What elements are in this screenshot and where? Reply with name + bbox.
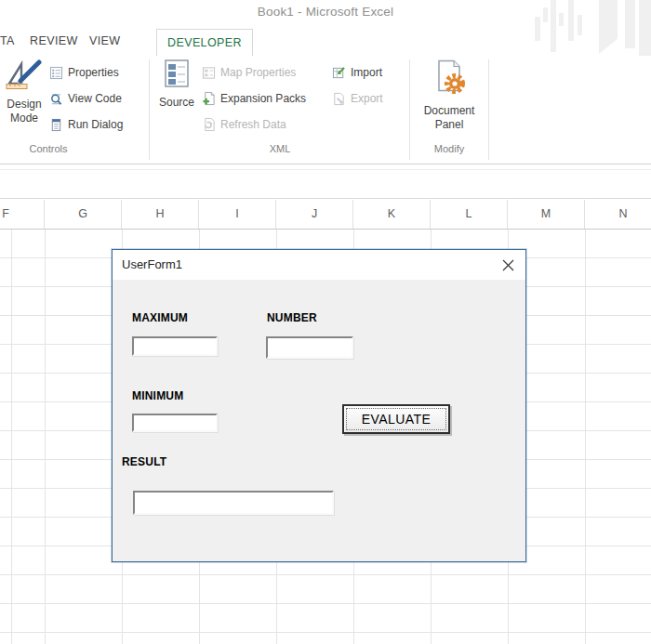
document-panel-icon: [432, 59, 466, 97]
tab-developer[interactable]: DEVELOPER: [156, 29, 253, 56]
column-header[interactable]: L: [431, 200, 508, 229]
expansion-packs-icon: [201, 91, 217, 107]
group-separator: [409, 59, 410, 160]
column-headers: F G H I J K L M N: [0, 200, 651, 230]
design-mode-label: Design Mode: [2, 98, 46, 125]
source-button[interactable]: Source: [156, 59, 197, 110]
export-label: Export: [351, 92, 383, 105]
expansion-packs-button[interactable]: Expansion Packs: [201, 90, 306, 107]
map-properties-button: Map Properties: [201, 64, 296, 81]
export-icon: [331, 91, 347, 107]
column-header[interactable]: J: [276, 200, 353, 229]
maximum-label: MAXIMUM: [132, 311, 188, 324]
minimum-input[interactable]: [132, 414, 218, 432]
refresh-data-label: Refresh Data: [220, 118, 286, 131]
result-input[interactable]: [133, 491, 334, 515]
minimum-label: MINIMUM: [132, 389, 183, 402]
column-header[interactable]: G: [45, 200, 122, 229]
column-header[interactable]: K: [353, 200, 431, 229]
dialog-title-bar[interactable]: UserForm1: [113, 250, 525, 280]
tab-data[interactable]: TA: [0, 34, 15, 47]
view-code-button[interactable]: View Code: [48, 90, 122, 107]
controls-group-label: Controls: [11, 143, 86, 154]
number-label: NUMBER: [267, 311, 317, 324]
userform-dialog: UserForm1 MAXIMUM NUMBER MINIMUM EVALUAT…: [112, 249, 526, 562]
run-dialog-label: Run Dialog: [68, 118, 123, 131]
import-button[interactable]: Import: [331, 64, 382, 81]
map-properties-label: Map Properties: [220, 66, 296, 79]
close-icon[interactable]: [496, 255, 520, 275]
expansion-packs-label: Expansion Packs: [220, 92, 306, 105]
refresh-data-button: Refresh Data: [201, 116, 286, 133]
properties-button[interactable]: Properties: [48, 64, 119, 81]
excel-window: Book1 - Microsoft Excel TA REVIEW VIEW D…: [0, 0, 651, 644]
document-panel-button[interactable]: Document Panel: [415, 59, 484, 132]
export-button: Export: [331, 90, 383, 107]
map-properties-icon: [201, 65, 217, 81]
maximum-input[interactable]: [132, 336, 218, 356]
column-header[interactable]: I: [199, 200, 276, 229]
dialog-title: UserForm1: [122, 257, 182, 271]
evaluate-button[interactable]: EVALUATE: [342, 404, 450, 434]
ribbon: Design Mode Properties: [0, 56, 651, 164]
column-header[interactable]: N: [585, 200, 651, 229]
column-header[interactable]: F: [0, 200, 45, 229]
run-dialog-button[interactable]: Run Dialog: [48, 116, 123, 133]
group-separator: [149, 59, 150, 160]
document-panel-label: Document Panel: [415, 104, 484, 132]
column-header[interactable]: H: [122, 200, 199, 229]
design-mode-icon: [6, 59, 43, 90]
xml-group-label: XML: [243, 143, 317, 154]
source-label: Source: [156, 96, 197, 110]
column-header[interactable]: M: [508, 200, 585, 229]
tab-review[interactable]: REVIEW: [30, 34, 78, 47]
run-dialog-icon: [48, 117, 64, 133]
ribbon-tab-strip: TA REVIEW VIEW DEVELOPER: [0, 26, 651, 56]
formula-bar-divider: [0, 169, 651, 170]
view-code-label: View Code: [68, 92, 122, 105]
title-bar: Book1 - Microsoft Excel: [0, 0, 651, 26]
number-input[interactable]: [266, 336, 353, 359]
tab-view[interactable]: VIEW: [89, 34, 121, 47]
properties-icon: [48, 65, 64, 81]
properties-label: Properties: [68, 66, 119, 79]
view-code-icon: [48, 91, 64, 107]
refresh-data-icon: [201, 117, 217, 133]
import-icon: [331, 65, 347, 81]
import-label: Import: [351, 66, 382, 79]
evaluate-button-label: EVALUATE: [346, 408, 446, 430]
source-icon: [165, 59, 189, 88]
design-mode-button[interactable]: Design Mode: [2, 59, 46, 125]
modify-group-label: Modify: [412, 143, 486, 154]
group-separator: [488, 59, 489, 160]
result-label: RESULT: [122, 455, 166, 468]
